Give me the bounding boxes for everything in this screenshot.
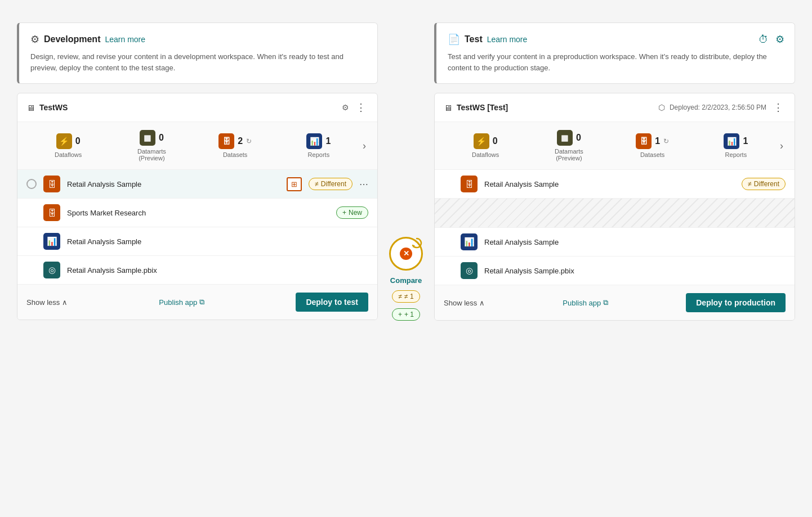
dev-datamarts-label: Datamarts(Preview) [137,148,166,161]
dev-list-item-retail-dataset: 🗄 Retail Analysis Sample ⊞ ≠ Different ⋯ [17,170,377,199]
dev-item-name-sports: Sports Market Research [67,209,329,217]
test-workspace-deployed-label: Deployed: 2/2/2023, 2:56:50 PM [670,104,766,111]
pipeline-area: ⚙ Development Learn more Design, review,… [17,23,795,321]
dev-stage-header: ⚙ Development Learn more Design, review,… [17,23,378,84]
main-container: ⚙ Development Learn more Design, review,… [0,0,812,343]
dev-item-name-retail-report: Retail Analysis Sample [67,237,368,246]
dev-datamarts-sublabel: (Preview) [139,155,164,161]
dev-workspace-name: TestWS [39,103,337,112]
test-item-icon-retail-dataset: 🗄 [461,176,478,192]
dev-stat-datamarts-count-row: ▦ 0 [140,130,164,146]
dev-stat-dataflows-count-row: ⚡ 0 [56,133,81,149]
test-badge-diff-label: Different [754,180,779,188]
test-history-button[interactable]: ⏱ [757,32,770,47]
dev-stats-next-button[interactable]: › [360,140,368,152]
dev-item-icon-retail-dataset: 🗄 [43,176,60,192]
test-item-name-retail-dataset: Retail Analysis Sample [484,180,735,188]
test-datasets-icon: 🗄 [636,133,652,149]
dev-datasets-icon: 🗄 [218,133,234,149]
test-stage-title-row: 📄 Test Learn more [448,33,783,46]
test-datasets-refresh-icon[interactable]: ↻ [663,137,669,145]
dev-badge-icon: ≠ [315,180,319,188]
test-compare-settings-button[interactable]: ⚙ [774,32,786,47]
test-stat-datasets-count-row: 🗄 1 ↻ [636,133,669,149]
test-stat-reports: 📊 1 Reports [694,133,778,158]
dev-item-name-retail-pbix: Retail Analysis Sample.pbix [67,266,368,275]
test-reports-icon: 📊 [724,133,739,149]
dev-new-badge-icon: + [342,209,346,217]
dev-stat-datamarts: ▦ 0 Datamarts(Preview) [110,130,193,161]
dev-reports-count: 1 [325,136,331,146]
test-datamarts-count: 0 [576,133,581,143]
test-stage-header: 📄 Test Learn more ⏱ ⚙ Test and verify yo… [434,23,795,84]
dev-workspace-more-button[interactable]: ⋮ [354,101,368,114]
test-stats-row: ⚡ 0 Dataflows ▦ 0 Datamarts(Preview) [435,122,795,170]
compare-diff-icon: ≠ [398,293,402,300]
dev-items-list: 🗄 Retail Analysis Sample ⊞ ≠ Different ⋯… [17,170,377,284]
dev-stat-datasets-count-row: 🗄 2 ↻ [218,133,252,149]
test-show-less-button[interactable]: Show less ∧ [444,299,485,307]
dev-list-item-retail-report: 📊 Retail Analysis Sample [17,227,377,256]
dev-list-item-retail-pbix: ◎ Retail Analysis Sample.pbix [17,256,377,284]
dev-show-less-button[interactable]: Show less ∧ [26,298,68,307]
test-datasets-label: Datasets [640,151,664,158]
dev-stage-icon: ⚙ [30,33,39,46]
compare-diff-badge: ≠ ≠ 1 [392,290,420,303]
dev-datamarts-count: 0 [159,133,164,143]
test-stat-dataflows-count-row: ⚡ 0 [474,133,498,149]
test-reports-count: 1 [743,136,748,146]
test-list-item-retail-dataset: 🗄 Retail Analysis Sample ≠ Different [435,170,795,199]
test-workspace-name: TestWS [Test] [457,103,654,112]
dev-workspace-monitor-icon: 🖥 [26,103,35,113]
compare-label[interactable]: Compare [390,276,422,285]
test-datamarts-label: Datamarts(Preview) [555,148,583,161]
dev-item-compare-button[interactable]: ⊞ [287,177,302,191]
dev-show-less-chevron-icon: ∧ [62,298,68,307]
dev-stage-title-row: ⚙ Development Learn more [30,33,366,46]
dev-datasets-label: Datasets [223,151,247,158]
test-item-icon-retail-pbix: ◎ [461,262,478,279]
compare-add-badge: + + 1 [392,308,420,321]
compare-refresh-svg [411,237,422,249]
dev-stat-reports: 📊 1 Reports [277,133,360,158]
test-workspace-more-button[interactable]: ⋮ [771,101,786,114]
dev-workspace-header: 🖥 TestWS ⚙ ⋮ [17,93,377,122]
test-datamarts-icon: ▦ [557,130,573,146]
dev-publish-app-button[interactable]: Publish app ⧉ [159,298,204,307]
test-list-item-retail-report: 📊 Retail Analysis Sample [435,228,795,257]
dev-stat-datasets: 🗄 2 ↻ Datasets [194,133,277,158]
dev-datasets-count: 2 [238,136,243,146]
dev-item-badge-different: ≠ Different [309,178,353,190]
dev-datasets-refresh-icon[interactable]: ↻ [246,137,252,145]
test-workspace-footer: Show less ∧ Publish app ⧉ Deploy to prod… [435,285,795,320]
test-stats-next-button[interactable]: › [778,140,786,152]
compare-add-count: + 1 [404,311,414,318]
test-item-name-retail-report: Retail Analysis Sample [484,238,786,246]
test-dataflows-label: Dataflows [472,151,499,158]
dev-deploy-button[interactable]: Deploy to test [296,293,368,312]
compare-add-icon: + [398,311,402,318]
test-stage-name: Test [465,34,483,44]
test-learn-more-link[interactable]: Learn more [487,35,528,44]
dev-item-name-retail-dataset: Retail Analysis Sample [67,180,280,188]
dev-item-radio-retail[interactable] [26,179,37,189]
test-dataflows-count: 0 [493,136,498,146]
test-stage-icon: 📄 [448,33,460,46]
dev-workspace-footer: Show less ∧ Publish app ⧉ Deploy to test [17,284,377,320]
dev-dataflows-icon: ⚡ [56,133,72,149]
test-deploy-button[interactable]: Deploy to production [686,293,786,312]
test-stat-datamarts: ▦ 0 Datamarts(Preview) [527,130,610,161]
test-stat-dataflows: ⚡ 0 Dataflows [444,133,527,158]
dev-item-more-button[interactable]: ⋯ [359,179,368,190]
test-list-item-hatch [435,199,795,228]
test-item-name-retail-pbix: Retail Analysis Sample.pbix [484,267,786,275]
test-item-badge-different: ≠ Different [742,178,786,190]
test-publish-app-external-icon: ⧉ [603,298,608,307]
dev-learn-more-link[interactable]: Learn more [105,35,145,44]
dev-item-icon-retail-pbix: ◎ [43,262,60,278]
dev-badge-label: Different [321,180,346,188]
test-publish-app-button[interactable]: Publish app ⧉ [563,298,608,307]
dev-datamarts-icon: ▦ [140,130,155,146]
test-stat-reports-count-row: 📊 1 [724,133,748,149]
dev-publish-app-external-icon: ⧉ [199,298,204,307]
